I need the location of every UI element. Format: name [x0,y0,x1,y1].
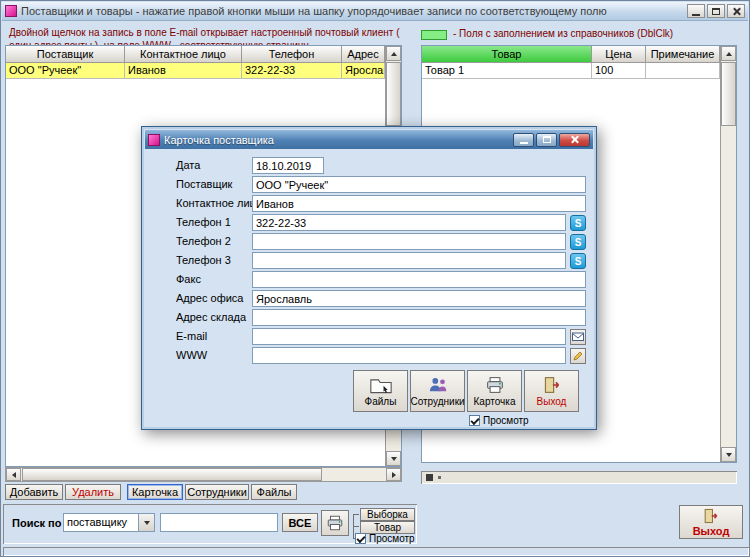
supplier-row[interactable]: ООО "Ручеек" Иванов 322-22-33 Ярославль [6,63,385,79]
fax-input[interactable] [252,271,586,288]
status-bar [3,547,749,556]
skype-call-button-2[interactable]: S [570,234,586,250]
minimize-icon [520,142,528,144]
app-icon [5,5,17,17]
cell-price[interactable]: 100 [592,63,646,79]
column-header-address[interactable]: Адрес [342,46,385,63]
dialog-minimize-button[interactable] [513,133,534,147]
cell-phone[interactable]: 322-22-33 [242,63,342,79]
maximize-icon [712,8,720,15]
cell-contact[interactable]: Иванов [125,63,242,79]
skype-call-button-1[interactable]: S [570,215,586,231]
button-label: Сотрудники [410,396,464,407]
scroll-down-button[interactable] [721,447,736,462]
dot-icon [438,476,441,479]
add-button[interactable]: Добавить [5,484,63,500]
supplier-input[interactable] [252,176,586,193]
phone3-label: Телефон 3 [176,252,231,269]
products-header-row: Товар Цена Примечание [422,46,720,63]
column-header-note[interactable]: Примечание [646,46,720,63]
phone3-input[interactable] [252,252,566,269]
employees-button[interactable]: Сотрудники [185,484,249,500]
office-address-input[interactable] [252,290,586,307]
chevron-down-icon [144,521,150,525]
exit-button[interactable]: Выход [679,505,743,539]
envelope-icon [572,332,584,342]
minimize-icon [692,14,700,16]
cell-note[interactable] [646,63,720,79]
scrollbar-thumb[interactable] [22,468,322,481]
scroll-left-button[interactable] [6,468,21,481]
product-row[interactable]: Товар 1 100 [422,63,720,79]
cell-product[interactable]: Товар 1 [422,63,592,79]
all-button[interactable]: ВСЕ [282,513,318,532]
skype-icon: S [575,237,582,248]
dialog-maximize-button[interactable] [536,133,557,147]
exit-label: Выход [693,525,730,537]
checkbox-icon [355,533,366,544]
files-button[interactable]: Файлы [251,484,297,500]
scroll-right-button[interactable] [386,468,401,481]
scroll-down-button[interactable] [386,451,401,466]
delete-button[interactable]: Удалить [65,484,121,500]
connector-line [353,514,359,515]
splitter-handle-icon[interactable] [426,474,433,481]
contact-input[interactable] [252,195,586,212]
dialog-card-button[interactable]: Карточка [467,370,522,412]
email-input[interactable] [252,328,566,345]
phone2-label: Телефон 2 [176,233,231,250]
maximize-icon [543,136,551,143]
send-email-button[interactable] [570,329,586,345]
column-header-price[interactable]: Цена [592,46,646,63]
dialog-titlebar[interactable]: Карточка поставщика [145,130,593,149]
card-button[interactable]: Карточка [127,484,183,500]
search-panel: Поиск по поставщику ВСЕ Выборка Товар Пр… [3,504,417,544]
combobox-value[interactable]: поставщику [64,514,138,531]
supplier-card-dialog: Карточка поставщика Дата Поставщик Конта… [141,126,597,430]
main-titlebar[interactable]: Поставщики и товары - нажатие правой кно… [2,2,748,21]
triangle-down-icon [726,453,732,457]
search-label: Поиск по [12,517,61,529]
close-icon [732,7,741,16]
www-input[interactable] [252,347,566,364]
cell-supplier[interactable]: ООО "Ручеек" [6,63,125,79]
date-input[interactable] [252,157,324,174]
selection-button[interactable]: Выборка [360,508,415,521]
scroll-up-button[interactable] [721,46,736,61]
dialog-employees-button[interactable]: Сотрудники [410,370,465,412]
cell-address[interactable]: Ярославль [342,63,385,79]
printer-icon [484,376,506,394]
scrollbar-thumb[interactable] [386,62,401,126]
warehouse-address-input[interactable] [252,309,586,326]
minimize-button[interactable] [687,4,705,18]
skype-call-button-3[interactable]: S [570,253,586,269]
open-website-button[interactable] [570,348,586,364]
window-title: Поставщики и товары - нажатие правой кно… [21,5,683,17]
scroll-up-button[interactable] [386,46,401,61]
dialog-close-button[interactable] [559,133,590,147]
search-field-combobox[interactable]: поставщику [63,513,155,532]
search-input[interactable] [160,513,278,532]
checkbox-label: Просмотр [483,415,529,426]
print-button[interactable] [321,510,349,536]
phone1-input[interactable] [252,214,566,231]
combobox-dropdown-button[interactable] [138,514,154,531]
close-button[interactable] [727,4,745,18]
dialog-preview-checkbox[interactable]: Просмотр [469,415,529,426]
products-vertical-scrollbar[interactable] [720,46,736,462]
scrollbar-thumb[interactable] [721,62,736,126]
exit-icon [702,508,720,524]
suppliers-horizontal-scrollbar[interactable] [5,467,402,482]
search-preview-checkbox[interactable]: Просмотр [355,533,415,544]
warehouse-address-label: Адрес склада [176,309,246,326]
dialog-files-button[interactable]: Файлы [353,370,408,412]
column-header-contact[interactable]: Контактное лицо [125,46,242,63]
maximize-button[interactable] [707,4,725,18]
legend-green-swatch [421,30,447,40]
supplier-label: Поставщик [176,176,232,193]
column-header-supplier[interactable]: Поставщик [6,46,125,63]
column-header-product[interactable]: Товар [422,46,592,63]
column-header-phone[interactable]: Телефон [242,46,342,63]
dialog-exit-button[interactable]: Выход [524,370,579,412]
phone2-input[interactable] [252,233,566,250]
